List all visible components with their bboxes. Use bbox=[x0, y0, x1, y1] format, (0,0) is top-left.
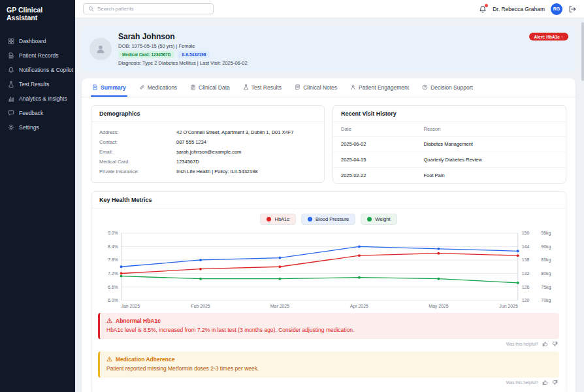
sidebar-item-patient-records[interactable]: Patient Records bbox=[0, 48, 75, 63]
search-icon bbox=[88, 6, 94, 12]
svg-text:6.0%: 6.0% bbox=[108, 298, 118, 302]
sidebar-item-test-results[interactable]: Test Results bbox=[0, 77, 75, 91]
legend-dot bbox=[267, 217, 271, 221]
visit-row[interactable]: 2025-04-15Quarterly Diabetes Review bbox=[333, 152, 566, 167]
dashboard-icon bbox=[8, 38, 14, 44]
sidebar-item-label: Feedback bbox=[19, 110, 43, 116]
legend-blood-pressure[interactable]: Blood Pressure bbox=[301, 214, 355, 225]
demographics-value: sarah.johnson@example.com bbox=[176, 149, 241, 155]
demographics-row: Address:42 O'Connell Street, Apartment 3… bbox=[99, 127, 316, 137]
visit-reason: Quarterly Diabetes Review bbox=[415, 152, 566, 167]
sidebar: GP Clinical Assistant DashboardPatient R… bbox=[0, 0, 75, 392]
main-content: Sarah Johnson DOB: 1975-05-15 (50 yrs) |… bbox=[75, 18, 584, 392]
svg-text:138: 138 bbox=[522, 257, 530, 262]
sidebar-item-label: Settings bbox=[19, 124, 39, 131]
alert-abnormal-hba1c: Abnormal HbA1cHbA1c level is 8.5%, incre… bbox=[98, 313, 559, 347]
demographics-value: 087 555 1234 bbox=[176, 139, 206, 145]
patient-demographic-line: DOB: 1975-05-15 (50 yrs) | Female bbox=[118, 43, 248, 49]
alert-title-text: Medication Adherence bbox=[116, 356, 174, 363]
pill-icon bbox=[139, 84, 145, 90]
question-icon bbox=[422, 84, 428, 90]
user-avatar[interactable]: RG bbox=[551, 3, 562, 15]
visit-reason: Diabetes Management bbox=[415, 136, 566, 152]
svg-text:70kg: 70kg bbox=[541, 298, 551, 303]
helpful-label: Was this helpful? bbox=[506, 380, 538, 385]
thumbs-up-icon[interactable] bbox=[542, 380, 548, 385]
demographics-label: Address: bbox=[99, 129, 176, 135]
tab-clinical-data[interactable]: Clinical Data bbox=[189, 78, 231, 97]
thumbs-down-icon[interactable] bbox=[552, 341, 558, 347]
svg-text:126: 126 bbox=[522, 284, 530, 289]
tab-label: Clinical Notes bbox=[303, 84, 337, 91]
insurance-badge: ILII-5432198 bbox=[178, 51, 210, 58]
demographics-row: Medical Card:1234567D bbox=[99, 157, 316, 167]
tab-label: Patient Engagement bbox=[359, 84, 409, 91]
flask-icon bbox=[8, 81, 14, 88]
tab-label: Summary bbox=[101, 84, 126, 91]
sidebar-item-label: Test Results bbox=[19, 81, 49, 88]
tab-test-results[interactable]: Test Results bbox=[242, 78, 283, 97]
visit-date: 2025-04-15 bbox=[333, 152, 415, 167]
visits-col-header: Reason bbox=[415, 122, 566, 137]
analytics-icon bbox=[8, 95, 14, 102]
sidebar-item-label: Patient Records bbox=[19, 52, 58, 59]
svg-text:Feb 2025: Feb 2025 bbox=[191, 304, 210, 308]
sidebar-item-settings[interactable]: Settings bbox=[0, 120, 75, 135]
patient-avatar bbox=[89, 38, 112, 60]
app-title: GP Clinical Assistant bbox=[0, 0, 75, 27]
helpful-row: Was this helpful? bbox=[98, 380, 559, 385]
alert-message: Patient reported missing Metformin doses… bbox=[106, 365, 553, 372]
svg-text:144: 144 bbox=[522, 244, 530, 248]
search-box[interactable] bbox=[83, 3, 214, 14]
warning-icon bbox=[106, 318, 112, 323]
search-input[interactable] bbox=[97, 6, 208, 12]
demographics-card: Demographics Address:42 O'Connell Street… bbox=[91, 105, 325, 183]
visit-row[interactable]: 2025-02-22Foot Pain bbox=[333, 167, 566, 183]
sidebar-nav: DashboardPatient RecordsNotifications & … bbox=[0, 34, 75, 135]
thumbs-down-icon[interactable] bbox=[552, 380, 558, 385]
chart-wrap: 9.0%15095kg8.4%14490kg7.8%13885kg7.2%132… bbox=[91, 227, 566, 310]
demographics-row: Private Insurance:Irish Life Health | Po… bbox=[99, 167, 316, 176]
sidebar-item-analytics-and-insights[interactable]: Analytics & Insights bbox=[0, 91, 75, 106]
metrics-card: Key Health Metrics HbA1cBlood PressureWe… bbox=[91, 191, 566, 392]
patient-info: Sarah Johnson DOB: 1975-05-15 (50 yrs) |… bbox=[118, 32, 248, 66]
hba1c-alert-badge: Alert: HbA1c ↑ bbox=[529, 33, 568, 41]
scrollbar-thumb[interactable] bbox=[581, 22, 584, 81]
gear-icon bbox=[8, 124, 14, 131]
health-metrics-chart: 9.0%15095kg8.4%14490kg7.8%13885kg7.2%132… bbox=[98, 228, 559, 310]
demographics-rows: Address:42 O'Connell Street, Apartment 3… bbox=[91, 122, 324, 182]
tab-decision-support[interactable]: Decision Support bbox=[421, 78, 474, 97]
sidebar-item-label: Dashboard bbox=[19, 38, 46, 44]
alert-title-text: Abnormal HbA1c bbox=[116, 318, 161, 324]
svg-text:9.0%: 9.0% bbox=[108, 231, 118, 235]
tab-clinical-notes[interactable]: Clinical Notes bbox=[293, 78, 338, 97]
sidebar-item-dashboard[interactable]: Dashboard bbox=[0, 34, 75, 48]
tab-label: Clinical Data bbox=[199, 84, 230, 91]
patient-badges: Medical Card: 1234567D ILII-5432198 bbox=[118, 51, 248, 58]
svg-text:Mar 2025: Mar 2025 bbox=[270, 304, 289, 308]
warning-icon bbox=[106, 356, 112, 362]
sidebar-item-feedback[interactable]: Feedback bbox=[0, 106, 75, 120]
tab-patient-engagement[interactable]: Patient Engagement bbox=[349, 78, 410, 97]
logout-icon[interactable] bbox=[568, 5, 576, 13]
notification-dot bbox=[485, 4, 488, 7]
visit-row[interactable]: 2025-06-02Diabetes Management bbox=[333, 136, 566, 152]
legend-weight[interactable]: Weight bbox=[361, 214, 397, 225]
bell-icon bbox=[8, 67, 14, 73]
legend-label: HbA1c bbox=[274, 216, 289, 222]
demographics-title: Demographics bbox=[91, 106, 324, 122]
summary-top-row: Demographics Address:42 O'Connell Street… bbox=[91, 105, 566, 184]
svg-text:Jan 2025: Jan 2025 bbox=[122, 304, 140, 308]
sidebar-item-notifications-and-copilot[interactable]: Notifications & Copilot bbox=[0, 63, 75, 77]
notifications-bell-icon[interactable] bbox=[479, 5, 487, 13]
scrollbar[interactable] bbox=[581, 18, 584, 392]
thumbs-up-icon[interactable] bbox=[542, 341, 548, 347]
visit-date: 2025-06-02 bbox=[333, 136, 415, 152]
legend-hba1c[interactable]: HbA1c bbox=[260, 214, 296, 225]
metrics-title: Key Health Metrics bbox=[91, 192, 566, 208]
alert-box: Medication AdherencePatient reported mis… bbox=[98, 351, 559, 378]
tab-summary[interactable]: Summary bbox=[91, 78, 127, 97]
medical-card-badge: Medical Card: 1234567D bbox=[118, 51, 174, 58]
tab-medications[interactable]: Medications bbox=[138, 78, 178, 97]
svg-text:75kg: 75kg bbox=[541, 284, 551, 289]
